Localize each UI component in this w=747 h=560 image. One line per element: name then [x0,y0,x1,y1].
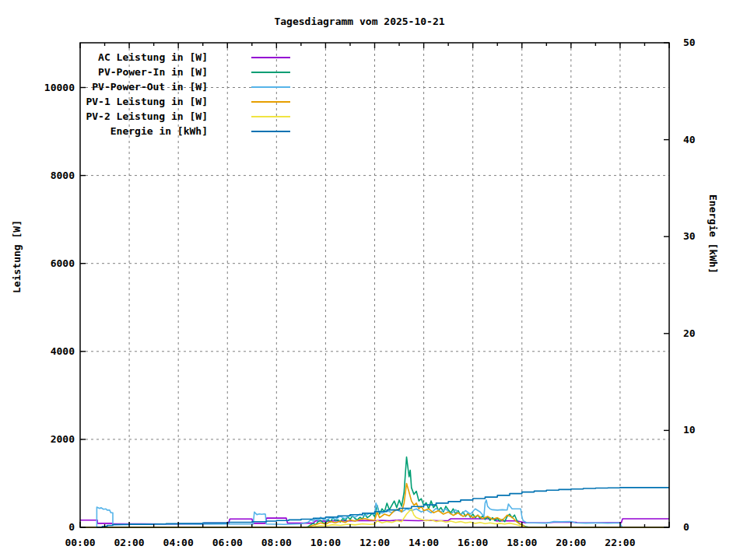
y1-tick-label: 0 [68,521,75,533]
y2-tick-label: 0 [683,521,689,533]
y2-tick-label: 20 [683,327,696,339]
x-tick-label: 02:00 [114,537,145,548]
legend-label: PV-Power-Out in [W] [92,81,208,93]
x-tick-label: 10:00 [310,537,341,548]
y1-tick-label: 2000 [51,433,75,445]
x-tick-label: 16:00 [458,537,488,548]
y1-tick-label: 6000 [51,257,75,269]
plot-canvas: 00:0002:0004:0006:0008:0010:0012:0014:00… [0,0,747,560]
x-tick-label: 06:00 [212,537,243,548]
legend-label: AC Leistung in [W] [98,51,208,63]
x-tick-label: 14:00 [409,537,439,548]
y1-tick-label: 8000 [51,170,75,181]
x-tick-label: 18:00 [507,537,537,548]
y2-tick-label: 40 [683,134,696,145]
y1-tick-label: 4000 [51,345,75,357]
y2-tick-label: 10 [683,424,696,436]
y2-tick-label: 30 [683,230,696,242]
x-tick-label: 08:00 [261,537,292,548]
x-tick-label: 04:00 [163,537,194,548]
y1-tick-label: 10000 [44,82,75,93]
legend-label: Energie in [kWh] [110,125,208,137]
x-tick-label: 20:00 [556,537,586,548]
x-tick-label: 00:00 [65,537,95,548]
legend-label: PV-Power-In in [W] [98,66,208,78]
chart-page: Tagesdiagramm vom 2025-10-21 Leistung [W… [0,0,747,560]
series-line-6 [96,488,669,527]
x-tick-label: 12:00 [359,537,390,548]
legend-label: PV-2 Leistung in [W] [86,110,208,122]
x-tick-label: 22:00 [605,537,635,548]
legend-label: PV-1 Leistung in [W] [86,96,208,107]
y2-tick-label: 50 [683,37,696,48]
